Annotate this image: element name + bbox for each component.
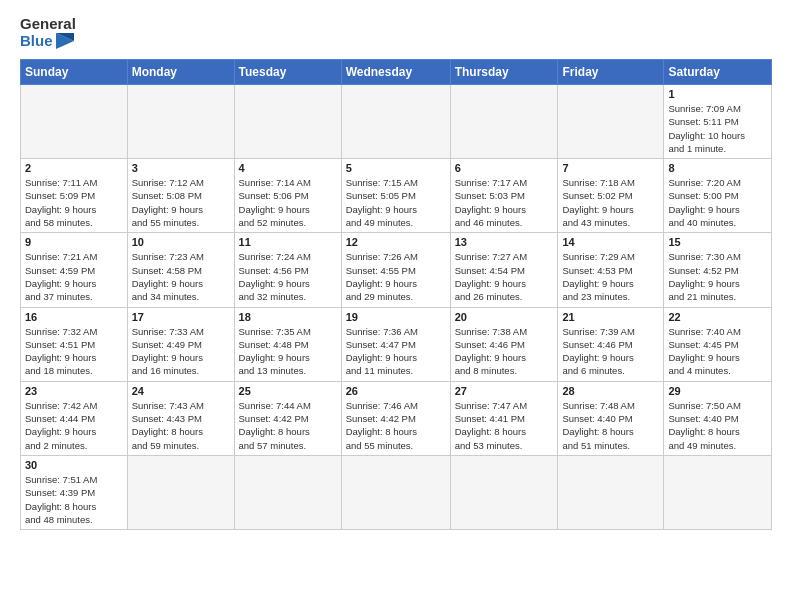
calendar-cell: 29Sunrise: 7:50 AMSunset: 4:40 PMDayligh… bbox=[664, 381, 772, 455]
day-number: 3 bbox=[132, 162, 230, 174]
calendar-cell: 23Sunrise: 7:42 AMSunset: 4:44 PMDayligh… bbox=[21, 381, 128, 455]
day-info: Sunrise: 7:27 AMSunset: 4:54 PMDaylight:… bbox=[455, 250, 554, 303]
calendar-cell: 8Sunrise: 7:20 AMSunset: 5:00 PMDaylight… bbox=[664, 159, 772, 233]
day-info: Sunrise: 7:42 AMSunset: 4:44 PMDaylight:… bbox=[25, 399, 123, 452]
calendar-cell: 7Sunrise: 7:18 AMSunset: 5:02 PMDaylight… bbox=[558, 159, 664, 233]
calendar-cell: 3Sunrise: 7:12 AMSunset: 5:08 PMDaylight… bbox=[127, 159, 234, 233]
calendar-cell bbox=[341, 455, 450, 529]
weekday-header-row: SundayMondayTuesdayWednesdayThursdayFrid… bbox=[21, 60, 772, 85]
day-number: 29 bbox=[668, 385, 767, 397]
calendar-cell: 21Sunrise: 7:39 AMSunset: 4:46 PMDayligh… bbox=[558, 307, 664, 381]
day-number: 17 bbox=[132, 311, 230, 323]
calendar-cell bbox=[450, 455, 558, 529]
calendar-cell bbox=[558, 455, 664, 529]
day-number: 14 bbox=[562, 236, 659, 248]
day-number: 16 bbox=[25, 311, 123, 323]
day-number: 6 bbox=[455, 162, 554, 174]
day-number: 12 bbox=[346, 236, 446, 248]
day-info: Sunrise: 7:29 AMSunset: 4:53 PMDaylight:… bbox=[562, 250, 659, 303]
calendar-week-row: 9Sunrise: 7:21 AMSunset: 4:59 PMDaylight… bbox=[21, 233, 772, 307]
day-number: 2 bbox=[25, 162, 123, 174]
day-info: Sunrise: 7:43 AMSunset: 4:43 PMDaylight:… bbox=[132, 399, 230, 452]
day-info: Sunrise: 7:50 AMSunset: 4:40 PMDaylight:… bbox=[668, 399, 767, 452]
day-number: 9 bbox=[25, 236, 123, 248]
day-info: Sunrise: 7:30 AMSunset: 4:52 PMDaylight:… bbox=[668, 250, 767, 303]
day-number: 4 bbox=[239, 162, 337, 174]
day-info: Sunrise: 7:20 AMSunset: 5:00 PMDaylight:… bbox=[668, 176, 767, 229]
day-number: 30 bbox=[25, 459, 123, 471]
calendar-cell: 5Sunrise: 7:15 AMSunset: 5:05 PMDaylight… bbox=[341, 159, 450, 233]
calendar-cell: 24Sunrise: 7:43 AMSunset: 4:43 PMDayligh… bbox=[127, 381, 234, 455]
calendar-week-row: 1Sunrise: 7:09 AMSunset: 5:11 PMDaylight… bbox=[21, 85, 772, 159]
day-number: 19 bbox=[346, 311, 446, 323]
day-info: Sunrise: 7:21 AMSunset: 4:59 PMDaylight:… bbox=[25, 250, 123, 303]
calendar-cell bbox=[558, 85, 664, 159]
calendar-cell bbox=[234, 85, 341, 159]
calendar-cell: 27Sunrise: 7:47 AMSunset: 4:41 PMDayligh… bbox=[450, 381, 558, 455]
weekday-header: Tuesday bbox=[234, 60, 341, 85]
day-number: 23 bbox=[25, 385, 123, 397]
day-number: 5 bbox=[346, 162, 446, 174]
calendar-cell: 19Sunrise: 7:36 AMSunset: 4:47 PMDayligh… bbox=[341, 307, 450, 381]
weekday-header: Sunday bbox=[21, 60, 128, 85]
calendar-week-row: 2Sunrise: 7:11 AMSunset: 5:09 PMDaylight… bbox=[21, 159, 772, 233]
day-number: 15 bbox=[668, 236, 767, 248]
weekday-header: Thursday bbox=[450, 60, 558, 85]
day-number: 18 bbox=[239, 311, 337, 323]
day-number: 27 bbox=[455, 385, 554, 397]
day-info: Sunrise: 7:26 AMSunset: 4:55 PMDaylight:… bbox=[346, 250, 446, 303]
weekday-header: Wednesday bbox=[341, 60, 450, 85]
calendar-week-row: 30Sunrise: 7:51 AMSunset: 4:39 PMDayligh… bbox=[21, 455, 772, 529]
day-number: 24 bbox=[132, 385, 230, 397]
day-info: Sunrise: 7:24 AMSunset: 4:56 PMDaylight:… bbox=[239, 250, 337, 303]
day-info: Sunrise: 7:51 AMSunset: 4:39 PMDaylight:… bbox=[25, 473, 123, 526]
day-info: Sunrise: 7:36 AMSunset: 4:47 PMDaylight:… bbox=[346, 325, 446, 378]
calendar-cell: 30Sunrise: 7:51 AMSunset: 4:39 PMDayligh… bbox=[21, 455, 128, 529]
calendar-cell bbox=[450, 85, 558, 159]
day-info: Sunrise: 7:17 AMSunset: 5:03 PMDaylight:… bbox=[455, 176, 554, 229]
day-number: 22 bbox=[668, 311, 767, 323]
calendar-cell: 26Sunrise: 7:46 AMSunset: 4:42 PMDayligh… bbox=[341, 381, 450, 455]
day-number: 1 bbox=[668, 88, 767, 100]
day-number: 20 bbox=[455, 311, 554, 323]
calendar-cell: 20Sunrise: 7:38 AMSunset: 4:46 PMDayligh… bbox=[450, 307, 558, 381]
day-number: 21 bbox=[562, 311, 659, 323]
calendar-cell: 22Sunrise: 7:40 AMSunset: 4:45 PMDayligh… bbox=[664, 307, 772, 381]
calendar-cell: 14Sunrise: 7:29 AMSunset: 4:53 PMDayligh… bbox=[558, 233, 664, 307]
page: General Blue SundayMondayTuesdayWednesda… bbox=[0, 0, 792, 540]
day-number: 11 bbox=[239, 236, 337, 248]
day-info: Sunrise: 7:40 AMSunset: 4:45 PMDaylight:… bbox=[668, 325, 767, 378]
weekday-header: Monday bbox=[127, 60, 234, 85]
header: General Blue bbox=[20, 16, 772, 49]
calendar-table: SundayMondayTuesdayWednesdayThursdayFrid… bbox=[20, 59, 772, 530]
calendar-cell: 25Sunrise: 7:44 AMSunset: 4:42 PMDayligh… bbox=[234, 381, 341, 455]
calendar-cell bbox=[234, 455, 341, 529]
calendar-cell: 6Sunrise: 7:17 AMSunset: 5:03 PMDaylight… bbox=[450, 159, 558, 233]
calendar-cell: 15Sunrise: 7:30 AMSunset: 4:52 PMDayligh… bbox=[664, 233, 772, 307]
day-info: Sunrise: 7:47 AMSunset: 4:41 PMDaylight:… bbox=[455, 399, 554, 452]
day-number: 8 bbox=[668, 162, 767, 174]
day-info: Sunrise: 7:33 AMSunset: 4:49 PMDaylight:… bbox=[132, 325, 230, 378]
day-number: 7 bbox=[562, 162, 659, 174]
day-info: Sunrise: 7:46 AMSunset: 4:42 PMDaylight:… bbox=[346, 399, 446, 452]
calendar-week-row: 16Sunrise: 7:32 AMSunset: 4:51 PMDayligh… bbox=[21, 307, 772, 381]
calendar-cell: 18Sunrise: 7:35 AMSunset: 4:48 PMDayligh… bbox=[234, 307, 341, 381]
day-info: Sunrise: 7:44 AMSunset: 4:42 PMDaylight:… bbox=[239, 399, 337, 452]
calendar-cell: 4Sunrise: 7:14 AMSunset: 5:06 PMDaylight… bbox=[234, 159, 341, 233]
day-number: 28 bbox=[562, 385, 659, 397]
day-info: Sunrise: 7:35 AMSunset: 4:48 PMDaylight:… bbox=[239, 325, 337, 378]
blue-triangle-icon bbox=[56, 33, 74, 49]
logo-text: General Blue bbox=[20, 16, 76, 49]
day-info: Sunrise: 7:14 AMSunset: 5:06 PMDaylight:… bbox=[239, 176, 337, 229]
day-info: Sunrise: 7:18 AMSunset: 5:02 PMDaylight:… bbox=[562, 176, 659, 229]
day-info: Sunrise: 7:11 AMSunset: 5:09 PMDaylight:… bbox=[25, 176, 123, 229]
weekday-header: Friday bbox=[558, 60, 664, 85]
calendar-cell bbox=[21, 85, 128, 159]
calendar-cell: 28Sunrise: 7:48 AMSunset: 4:40 PMDayligh… bbox=[558, 381, 664, 455]
day-number: 13 bbox=[455, 236, 554, 248]
day-info: Sunrise: 7:48 AMSunset: 4:40 PMDaylight:… bbox=[562, 399, 659, 452]
calendar-cell: 16Sunrise: 7:32 AMSunset: 4:51 PMDayligh… bbox=[21, 307, 128, 381]
calendar-cell: 2Sunrise: 7:11 AMSunset: 5:09 PMDaylight… bbox=[21, 159, 128, 233]
calendar-cell: 9Sunrise: 7:21 AMSunset: 4:59 PMDaylight… bbox=[21, 233, 128, 307]
day-info: Sunrise: 7:12 AMSunset: 5:08 PMDaylight:… bbox=[132, 176, 230, 229]
